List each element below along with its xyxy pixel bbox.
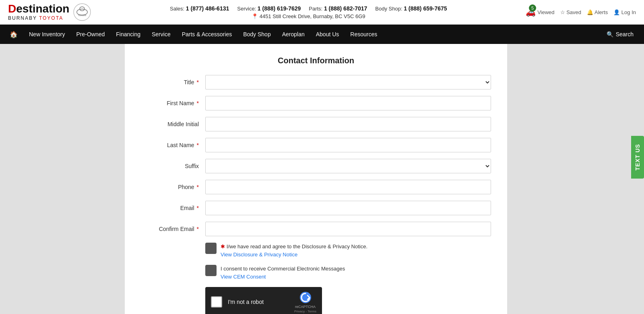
- logo-area: Destination BURNABY TOYOTA TOYOTA: [8, 3, 91, 21]
- nav-item-financing[interactable]: Financing: [110, 25, 146, 44]
- contact-info: Sales: 1 (877) 486-6131 Service: 1 (888)…: [91, 5, 526, 19]
- title-required-star: *: [197, 79, 199, 85]
- user-actions: 🚗 5 Viewed ☆ Saved 🔔 Alerts 👤 Log In: [526, 7, 636, 17]
- bodyshop-contact: Body Shop: 1 (888) 659-7675: [375, 5, 447, 12]
- sidebar-right: [507, 44, 644, 314]
- home-icon: 🏠: [10, 31, 18, 38]
- nav-item-parts-accessories[interactable]: Parts & Accessories: [176, 25, 238, 44]
- svg-text:TOYOTA: TOYOTA: [78, 15, 87, 17]
- search-button[interactable]: 🔍 Search: [600, 25, 640, 44]
- first-name-required-star: *: [197, 100, 199, 106]
- title-label: Title *: [141, 79, 205, 85]
- privacy-checkbox[interactable]: [205, 243, 217, 254]
- search-label: Search: [616, 31, 634, 37]
- cem-checkbox-text: I consent to receive Commercial Electron…: [221, 265, 345, 281]
- nav-item-resources[interactable]: Resources: [345, 25, 383, 44]
- viewed-button[interactable]: 🚗 5 Viewed: [526, 7, 554, 17]
- nav-item-aeroplan[interactable]: Aeroplan: [277, 25, 310, 44]
- nav-item-new-inventory[interactable]: New Inventory: [23, 25, 70, 44]
- recaptcha-logo: reCAPTCHA Privacy - Terms: [294, 291, 316, 313]
- cem-checkbox-row: I consent to receive Commercial Electron…: [205, 265, 491, 281]
- home-button[interactable]: 🏠: [4, 25, 23, 44]
- confirm-email-label: Confirm Email *: [141, 226, 205, 232]
- user-icon: 👤: [613, 9, 620, 15]
- search-icon: 🔍: [607, 31, 613, 37]
- privacy-checkbox-row: ✱ I/we have read and agree to the Disclo…: [205, 243, 491, 258]
- nav-item-pre-owned[interactable]: Pre-Owned: [70, 25, 110, 44]
- nav-item-about-us[interactable]: About Us: [310, 25, 345, 44]
- nav-item-body-shop[interactable]: Body Shop: [237, 25, 277, 44]
- form-title: Contact Information: [141, 56, 491, 65]
- confirm-email-input[interactable]: [205, 222, 491, 236]
- star-icon: ☆: [560, 9, 565, 15]
- privacy-required-star: ✱: [221, 243, 227, 250]
- recaptcha-box[interactable]: I'm not a robot reCAPTCHA Privacy - Term…: [205, 287, 322, 314]
- location-pin-icon: 📍: [252, 13, 258, 19]
- middle-initial-input[interactable]: [205, 117, 491, 131]
- sales-contact: Sales: 1 (877) 486-6131: [170, 5, 229, 12]
- email-label: Email *: [141, 205, 205, 211]
- logo[interactable]: Destination BURNABY TOYOTA: [8, 3, 69, 21]
- first-name-row: First Name *: [141, 96, 491, 110]
- content-area: Contact Information Title * Mr. Mrs. Ms.…: [125, 44, 507, 314]
- email-required-star: *: [197, 205, 199, 211]
- address: 📍 4451 Still Creek Drive, Burnaby, BC V5…: [91, 13, 526, 19]
- suffix-label: Suffix: [141, 163, 205, 169]
- last-name-label: Last Name *: [141, 142, 205, 148]
- recaptcha-wrap: I'm not a robot reCAPTCHA Privacy - Term…: [205, 287, 491, 314]
- recaptcha-subtext: Privacy - Terms: [294, 310, 316, 313]
- viewed-label: Viewed: [537, 9, 554, 15]
- toyota-logo-icon: TOYOTA: [73, 3, 91, 21]
- email-input[interactable]: [205, 201, 491, 215]
- middle-initial-label: Middle Initial: [141, 121, 205, 127]
- recaptcha-logo-icon: [299, 291, 312, 304]
- last-name-input[interactable]: [205, 138, 491, 152]
- confirm-email-required-star: *: [197, 226, 199, 232]
- cem-link[interactable]: View CEM Consent: [221, 273, 345, 281]
- phone-list: Sales: 1 (877) 486-6131 Service: 1 (888)…: [91, 5, 526, 12]
- saved-link[interactable]: ☆ Saved: [560, 9, 582, 15]
- recaptcha-label: I'm not a robot: [228, 299, 289, 305]
- parts-contact: Parts: 1 (888) 682-7017: [309, 5, 367, 12]
- recaptcha-brand: reCAPTCHA: [295, 305, 316, 309]
- top-bar: Destination BURNABY TOYOTA TOYOTA Sales:…: [0, 0, 644, 25]
- nav-item-service[interactable]: Service: [146, 25, 176, 44]
- privacy-checkbox-text: ✱ I/we have read and agree to the Disclo…: [221, 243, 367, 258]
- service-contact: Service: 1 (888) 619-7629: [237, 5, 301, 12]
- main-nav: 🏠 New Inventory Pre-Owned Financing Serv…: [0, 25, 644, 44]
- suffix-row: Suffix Jr. Sr. II III: [141, 159, 491, 173]
- cem-checkbox[interactable]: [205, 265, 217, 276]
- login-link[interactable]: 👤 Log In: [613, 9, 636, 15]
- confirm-email-row: Confirm Email *: [141, 222, 491, 236]
- middle-initial-row: Middle Initial: [141, 117, 491, 131]
- sidebar-left: [0, 44, 125, 314]
- phone-input[interactable]: [205, 180, 491, 194]
- first-name-input[interactable]: [205, 96, 491, 110]
- alerts-link[interactable]: 🔔 Alerts: [587, 9, 608, 15]
- privacy-link[interactable]: View Disclosure & Privacy Notice: [221, 251, 367, 259]
- phone-label: Phone *: [141, 184, 205, 190]
- last-name-required-star: *: [197, 142, 199, 148]
- bell-icon: 🔔: [587, 9, 593, 15]
- last-name-row: Last Name *: [141, 138, 491, 152]
- svg-point-0: [74, 4, 91, 21]
- phone-required-star: *: [197, 184, 199, 190]
- recaptcha-checkbox[interactable]: [211, 296, 222, 308]
- title-select[interactable]: Mr. Mrs. Ms. Dr.: [205, 75, 491, 89]
- phone-row: Phone *: [141, 180, 491, 194]
- suffix-select[interactable]: Jr. Sr. II III: [205, 159, 491, 173]
- email-row: Email *: [141, 201, 491, 215]
- first-name-label: First Name *: [141, 100, 205, 106]
- text-us-tab[interactable]: TEXT US: [631, 135, 644, 178]
- page-wrap: Contact Information Title * Mr. Mrs. Ms.…: [0, 44, 644, 314]
- title-row: Title * Mr. Mrs. Ms. Dr.: [141, 75, 491, 89]
